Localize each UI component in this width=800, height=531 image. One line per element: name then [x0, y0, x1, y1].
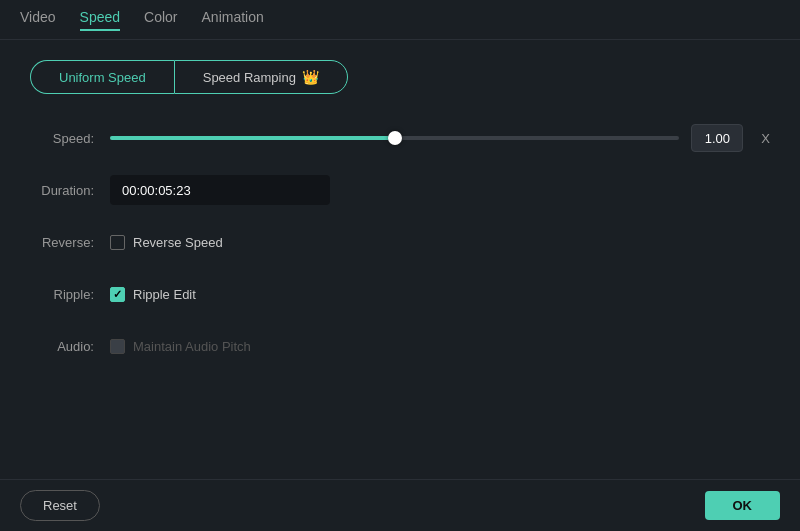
audio-row: Audio: Maintain Audio Pitch	[30, 330, 770, 362]
speed-label: Speed:	[30, 131, 110, 146]
reverse-row: Reverse: Reverse Speed	[30, 226, 770, 258]
audio-checkbox-row: Maintain Audio Pitch	[110, 339, 251, 354]
speed-value-input[interactable]	[691, 124, 743, 152]
ok-button[interactable]: OK	[705, 491, 781, 520]
speed-row: Speed: X	[30, 122, 770, 154]
reverse-checkbox-label: Reverse Speed	[133, 235, 223, 250]
tab-speed[interactable]: Speed	[80, 9, 120, 31]
ripple-checkbox[interactable]	[110, 287, 125, 302]
ripple-control: Ripple Edit	[110, 287, 770, 302]
reverse-label: Reverse:	[30, 235, 110, 250]
speed-slider-fill	[110, 136, 395, 140]
audio-label: Audio:	[30, 339, 110, 354]
duration-input[interactable]	[110, 175, 330, 205]
bottom-bar: Reset OK	[0, 479, 800, 531]
ripple-row: Ripple: Ripple Edit	[30, 278, 770, 310]
speed-control: X	[110, 124, 770, 152]
reverse-checkbox[interactable]	[110, 235, 125, 250]
audio-checkbox-label: Maintain Audio Pitch	[133, 339, 251, 354]
top-nav: Video Speed Color Animation	[0, 0, 800, 40]
tab-color[interactable]: Color	[144, 9, 177, 31]
speed-slider-thumb[interactable]	[388, 131, 402, 145]
reverse-checkbox-row: Reverse Speed	[110, 235, 223, 250]
ripple-label: Ripple:	[30, 287, 110, 302]
tab-animation[interactable]: Animation	[202, 9, 264, 31]
speed-ramping-button[interactable]: Speed Ramping 👑	[174, 60, 348, 94]
reverse-control: Reverse Speed	[110, 235, 770, 250]
speed-unit-label: X	[761, 131, 770, 146]
tab-video[interactable]: Video	[20, 9, 56, 31]
speed-slider-container: X	[110, 124, 770, 152]
ripple-checkbox-row: Ripple Edit	[110, 287, 196, 302]
main-content: Uniform Speed Speed Ramping 👑 Speed: X D…	[0, 40, 800, 402]
speed-mode-toggle: Uniform Speed Speed Ramping 👑	[30, 60, 770, 94]
duration-row: Duration:	[30, 174, 770, 206]
crown-icon: 👑	[302, 69, 319, 85]
audio-checkbox	[110, 339, 125, 354]
duration-control	[110, 175, 770, 205]
ripple-checkbox-label: Ripple Edit	[133, 287, 196, 302]
duration-label: Duration:	[30, 183, 110, 198]
audio-control: Maintain Audio Pitch	[110, 339, 770, 354]
speed-slider-track[interactable]	[110, 136, 679, 140]
reset-button[interactable]: Reset	[20, 490, 100, 521]
uniform-speed-button[interactable]: Uniform Speed	[30, 60, 174, 94]
